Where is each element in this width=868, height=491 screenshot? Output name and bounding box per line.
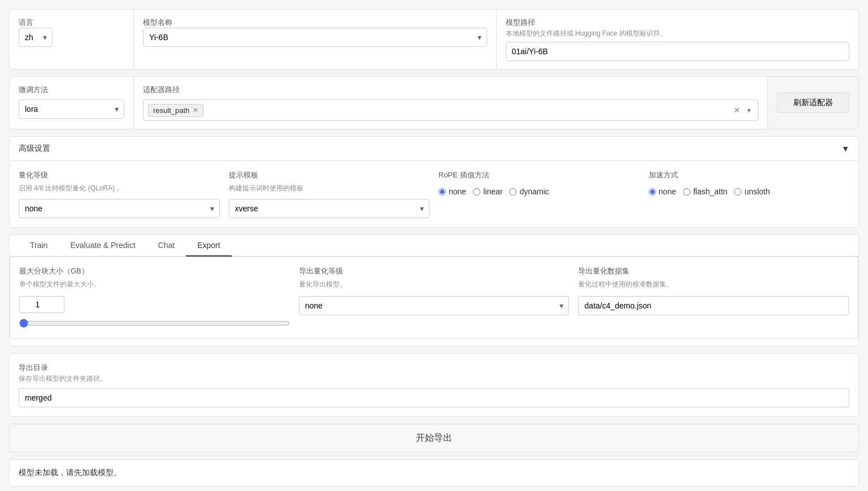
tab-evaluate[interactable]: Evaluate & Predict <box>59 235 146 257</box>
max-shard-hint: 单个模型文件的最大大小。 <box>19 280 290 289</box>
quantization-hint: 启用 4/8 比特模型量化 (QLoRA) 。 <box>19 184 220 193</box>
output-dir-hint: 保存导出模型的文件夹路径。 <box>19 374 849 384</box>
accel-none-radio[interactable] <box>649 188 656 195</box>
accel-unsloth-label: unsloth <box>744 187 770 196</box>
accel-none-item[interactable]: none <box>649 187 676 196</box>
rope-none-item[interactable]: none <box>439 187 466 196</box>
model-name-section: 模型名称 Yi-6B Yi-34B LLaMA-2-7B <box>134 10 497 69</box>
refresh-btn-section: 刷新适配器 <box>768 77 858 129</box>
adapter-dropdown-button[interactable]: ▾ <box>745 105 753 116</box>
finetune-method-section: 微调方法 lora qlora full <box>10 77 134 129</box>
adapter-tag: result_path ✕ <box>148 104 203 117</box>
adapter-input-area[interactable]: result_path ✕ ✕ ▾ <box>143 99 758 121</box>
rope-linear-radio[interactable] <box>473 188 480 195</box>
acceleration-label: 加速方式 <box>649 170 850 180</box>
max-shard-group: 最大分块大小（GB） 单个模型文件的最大大小。 <box>19 266 290 329</box>
quantization-group: 量化等级 启用 4/8 比特模型量化 (QLoRA) 。 none 4bit 8… <box>19 170 220 218</box>
max-shard-label: 最大分块大小（GB） <box>19 266 290 276</box>
advanced-settings-body: 量化等级 启用 4/8 比特模型量化 (QLoRA) 。 none 4bit 8… <box>9 160 859 228</box>
export-quant-label: 导出量化等级 <box>299 266 570 276</box>
language-section: 语言 zh en <box>10 10 134 69</box>
export-quant-select[interactable]: none 4bit 8bit <box>299 296 570 315</box>
export-grid: 最大分块大小（GB） 单个模型文件的最大大小。 导出量化等级 量化导出模型。 <box>19 266 849 329</box>
acceleration-radio-group: none flash_attn unsloth <box>649 187 850 196</box>
export-quant-dataset-group: 导出量化数据集 量化过程中使用的校准数据集。 <box>578 266 849 329</box>
finetune-method-select[interactable]: lora qlora full <box>19 99 124 119</box>
model-path-hint: 本地模型的文件路径或 Hugging Face 的模型标识符。 <box>506 29 850 38</box>
rope-group: RoPE 插值方法 none linear dynamic <box>439 170 640 218</box>
finetune-method-select-wrapper: lora qlora full <box>19 99 124 119</box>
advanced-toggle-icon[interactable]: ▼ <box>841 144 849 153</box>
rope-dynamic-radio[interactable] <box>509 188 517 195</box>
warning-card: 模型未加载，请先加载模型。 <box>9 459 859 486</box>
tab-export[interactable]: Export <box>186 235 231 257</box>
model-path-label: 模型路径 <box>506 18 850 28</box>
advanced-grid: 量化等级 启用 4/8 比特模型量化 (QLoRA) 。 none 4bit 8… <box>19 170 849 218</box>
rope-radio-group: none linear dynamic <box>439 187 640 196</box>
model-path-section: 模型路径 本地模型的文件路径或 Hugging Face 的模型标识符。 <box>497 10 859 69</box>
tab-chat[interactable]: Chat <box>147 235 186 257</box>
quantization-select[interactable]: none 4bit 8bit <box>19 199 220 218</box>
language-select-wrapper: zh en <box>19 28 53 47</box>
quantization-label: 量化等级 <box>19 170 220 180</box>
prompt-template-label: 提示模板 <box>229 170 430 180</box>
export-quant-dataset-label: 导出量化数据集 <box>578 266 849 276</box>
accel-unsloth-radio[interactable] <box>734 188 741 195</box>
advanced-settings-title: 高级设置 <box>19 144 50 154</box>
adapter-path-label: 适配器路径 <box>143 85 758 95</box>
prompt-template-group: 提示模板 构建提示词时使用的模板 xverse alpaca llama2 de… <box>229 170 430 218</box>
export-quant-dataset-input[interactable] <box>578 296 849 315</box>
accel-flash-item[interactable]: flash_attn <box>683 187 728 196</box>
adapter-tag-text: result_path <box>153 106 189 115</box>
rope-none-radio[interactable] <box>439 188 446 195</box>
export-quant-group: 导出量化等级 量化导出模型。 none 4bit 8bit <box>299 266 570 329</box>
rope-dynamic-label: dynamic <box>519 187 549 196</box>
advanced-settings-container: 高级设置 ▼ 量化等级 启用 4/8 比特模型量化 (QLoRA) 。 none… <box>9 136 859 228</box>
prompt-template-select-wrapper: xverse alpaca llama2 default <box>229 199 430 218</box>
rope-linear-label: linear <box>483 187 502 196</box>
model-path-input[interactable] <box>506 42 850 61</box>
export-quant-select-wrapper: none 4bit 8bit <box>299 296 570 315</box>
main-page: 语言 zh en 模型名称 Yi-6B Yi-34B LLaMA-2-7B 模型… <box>0 0 868 491</box>
adapter-clear-button[interactable]: ✕ <box>731 105 743 116</box>
shard-input-row <box>19 296 290 313</box>
model-name-select-wrapper: Yi-6B Yi-34B LLaMA-2-7B <box>143 28 487 47</box>
remove-adapter-icon[interactable]: ✕ <box>193 106 198 114</box>
tabs-row: Train Evaluate & Predict Chat Export <box>10 235 858 257</box>
output-dir-card: 导出目录 保存导出模型的文件夹路径。 <box>9 353 859 417</box>
acceleration-group: 加速方式 none flash_attn unsloth <box>649 170 850 218</box>
adapter-controls: ✕ ▾ <box>731 105 753 116</box>
tab-train[interactable]: Train <box>19 235 59 257</box>
model-name-label: 模型名称 <box>143 18 487 28</box>
finetune-row: 微调方法 lora qlora full 适配器路径 result_path ✕… <box>9 76 859 129</box>
accel-unsloth-item[interactable]: unsloth <box>734 187 770 196</box>
prompt-template-hint: 构建提示词时使用的模板 <box>229 184 430 193</box>
rope-none-label: none <box>449 187 466 196</box>
start-export-button[interactable]: 开始导出 <box>9 424 859 453</box>
model-name-select[interactable]: Yi-6B Yi-34B LLaMA-2-7B <box>143 28 487 47</box>
output-dir-input[interactable] <box>19 388 849 407</box>
accel-none-label: none <box>659 187 676 196</box>
shard-slider-row <box>19 319 290 329</box>
advanced-settings-header: 高级设置 ▼ <box>9 136 859 160</box>
language-select[interactable]: zh en <box>19 28 53 47</box>
finetune-method-label: 微调方法 <box>19 85 124 95</box>
adapter-path-section: 适配器路径 result_path ✕ ✕ ▾ <box>134 77 768 129</box>
max-shard-input[interactable] <box>19 296 64 313</box>
output-dir-label: 导出目录 <box>19 363 849 373</box>
export-quant-dataset-hint: 量化过程中使用的校准数据集。 <box>578 280 849 289</box>
export-quant-hint: 量化导出模型。 <box>299 280 570 289</box>
refresh-adapter-button[interactable]: 刷新适配器 <box>777 93 849 113</box>
quantization-select-wrapper: none 4bit 8bit <box>19 199 220 218</box>
language-label: 语言 <box>19 18 124 28</box>
export-panel: 最大分块大小（GB） 单个模型文件的最大大小。 导出量化等级 量化导出模型。 <box>10 257 858 339</box>
top-config-row: 语言 zh en 模型名称 Yi-6B Yi-34B LLaMA-2-7B 模型… <box>9 9 859 69</box>
rope-dynamic-item[interactable]: dynamic <box>509 187 549 196</box>
rope-linear-item[interactable]: linear <box>473 187 502 196</box>
accel-flash-radio[interactable] <box>683 188 691 195</box>
prompt-template-select[interactable]: xverse alpaca llama2 default <box>229 199 430 218</box>
tabs-container: Train Evaluate & Predict Chat Export 最大分… <box>9 234 859 346</box>
max-shard-slider[interactable] <box>19 319 290 328</box>
accel-flash-label: flash_attn <box>693 187 728 196</box>
rope-label: RoPE 插值方法 <box>439 170 640 180</box>
